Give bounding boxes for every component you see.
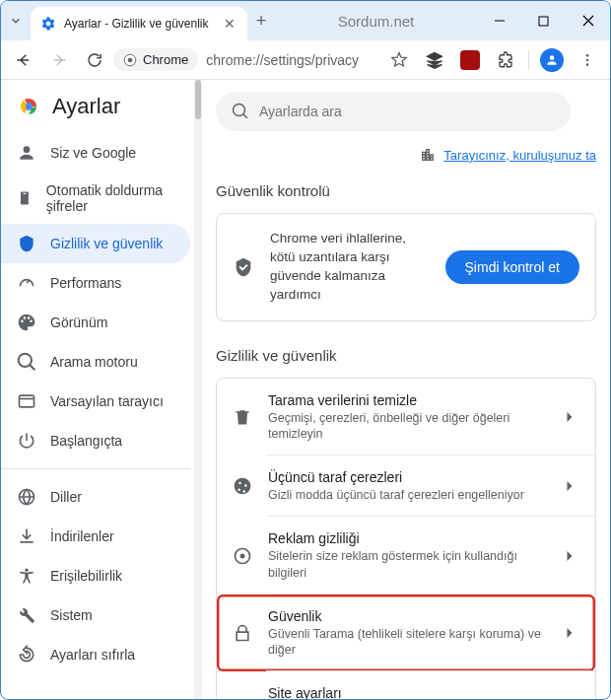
sidebar-item-default-browser[interactable]: Varsayılan tarayıcı [1, 382, 190, 421]
minimize-button[interactable] [477, 1, 521, 40]
setting-security[interactable]: GüvenlikGüvenli Tarama (tehlikeli sitele… [217, 595, 595, 672]
setting-clear-browsing-data[interactable]: Tarama verilerini temizleGeçmişi, çerezl… [217, 379, 595, 456]
close-window-button[interactable] [566, 1, 610, 40]
back-button[interactable] [7, 43, 40, 77]
clipboard-icon [17, 188, 33, 208]
address-bar[interactable]: Chrome chrome://settings/privacy [113, 44, 380, 76]
url-text: chrome://settings/privacy [206, 52, 359, 68]
chrome-logo-icon [17, 95, 40, 118]
puzzle-icon [497, 51, 514, 69]
tab-dropdown-button[interactable] [1, 4, 31, 37]
search-input[interactable] [259, 104, 555, 119]
svg-rect-10 [20, 395, 34, 407]
close-tab-button[interactable]: ✕ [222, 16, 238, 32]
security-check-card: Chrome veri ihlallerine, kötü uzantılara… [216, 213, 596, 321]
security-check-title: Güvenlik kontrolü [216, 182, 596, 199]
sidebar-item-you-and-google[interactable]: Siz ve Google [1, 133, 190, 173]
sidebar-item-search-engine[interactable]: Arama motoru [1, 342, 190, 382]
chevron-right-icon [560, 546, 579, 566]
sidebar-item-languages[interactable]: Diller [1, 477, 190, 517]
bookmark-button[interactable] [382, 43, 416, 77]
extensions-button[interactable] [489, 43, 522, 77]
lock-icon [233, 623, 252, 643]
shield-badge-icon [460, 50, 480, 70]
dots-vertical-icon [579, 52, 595, 68]
watermark: Sordum.net [275, 13, 477, 30]
accessibility-icon [17, 566, 36, 586]
svg-point-5 [586, 63, 589, 66]
arrow-right-icon [50, 51, 68, 69]
divider [528, 50, 529, 70]
tab-title: Ayarlar - Gizlilik ve güvenlik [64, 17, 214, 31]
extension-layers-button[interactable] [418, 43, 451, 77]
reload-icon [86, 51, 103, 69]
power-icon [17, 431, 36, 451]
search-icon [232, 103, 249, 120]
reset-icon [17, 645, 36, 665]
menu-button[interactable] [571, 43, 604, 77]
close-icon [582, 15, 594, 27]
setting-ad-privacy[interactable]: Reklam gizliliğiSitelerin size reklam gö… [217, 517, 595, 595]
palette-icon [17, 313, 36, 332]
setting-third-party-cookies[interactable]: Üçüncü taraf çerezleriGizli modda üçüncü… [217, 455, 595, 517]
trash-icon [233, 407, 252, 427]
scroll-thumb[interactable] [195, 80, 201, 119]
minimize-icon [494, 15, 506, 27]
chevron-right-icon [560, 407, 579, 427]
check-now-button[interactable]: Şimdi kontrol et [445, 250, 579, 284]
divider [1, 468, 190, 469]
reload-button[interactable] [78, 43, 111, 77]
maximize-icon [538, 16, 549, 27]
svg-point-4 [586, 58, 589, 61]
verified-shield-icon [233, 256, 254, 278]
arrow-left-icon [15, 51, 33, 69]
forward-button[interactable] [42, 43, 76, 77]
ad-icon [233, 546, 252, 566]
wrench-icon [17, 605, 36, 625]
svg-rect-0 [539, 17, 548, 26]
layers-icon [426, 51, 443, 69]
maximize-button[interactable] [521, 1, 566, 40]
svg-point-9 [27, 105, 32, 109]
sidebar-item-privacy[interactable]: Gizlilik ve güvenlik [1, 224, 190, 263]
svg-point-12 [25, 569, 28, 572]
svg-point-2 [128, 57, 133, 62]
sidebar-item-reset[interactable]: Ayarları sıfırla [1, 635, 190, 674]
app-title: Ayarlar [52, 94, 120, 119]
profile-button[interactable] [535, 43, 569, 77]
gear-icon [40, 16, 56, 32]
building-icon [420, 147, 436, 163]
sidebar-item-accessibility[interactable]: Erişilebilirlik [1, 556, 190, 595]
sidebar-item-startup[interactable]: Başlangıçta [1, 421, 190, 460]
person-icon [17, 143, 36, 163]
chrome-icon [123, 53, 137, 67]
chevron-down-icon [9, 14, 23, 28]
setting-site-settings[interactable]: Site ayarlarıSitelerin hangi bilgileri k… [217, 671, 595, 700]
org-managed-link[interactable]: Tarayıcınız, kuruluşunuz ta [443, 148, 596, 163]
browser-tab[interactable]: Ayarlar - Gizlilik ve güvenlik ✕ [31, 7, 247, 40]
sidebar: Siz ve Google Otomatik doldurma şifreler… [1, 133, 194, 700]
chrome-chip: Chrome [113, 48, 198, 71]
star-icon [390, 51, 408, 69]
browser-icon [17, 391, 36, 411]
cookie-icon [233, 476, 252, 496]
scrollbar[interactable] [194, 80, 202, 700]
chevron-right-icon [560, 623, 579, 643]
settings-search[interactable] [216, 92, 571, 131]
svg-point-14 [240, 553, 245, 558]
shield-icon [17, 234, 36, 253]
ublock-button[interactable] [453, 43, 487, 77]
speedometer-icon [17, 273, 36, 293]
sidebar-item-system[interactable]: Sistem [1, 595, 190, 635]
sidebar-item-autofill[interactable]: Otomatik doldurma şifreler [1, 173, 190, 224]
svg-point-3 [586, 54, 589, 57]
new-tab-button[interactable]: + [247, 11, 275, 32]
sidebar-item-downloads[interactable]: İndirilenler [1, 517, 190, 556]
avatar-icon [540, 48, 564, 72]
sidebar-item-appearance[interactable]: Görünüm [1, 303, 190, 342]
download-icon [17, 526, 36, 546]
privacy-section-title: Gizlilik ve güvenlik [216, 347, 596, 364]
chevron-right-icon [560, 476, 579, 496]
sidebar-item-performance[interactable]: Performans [1, 263, 190, 303]
privacy-settings-list: Tarama verilerini temizleGeçmişi, çerezl… [216, 378, 596, 700]
